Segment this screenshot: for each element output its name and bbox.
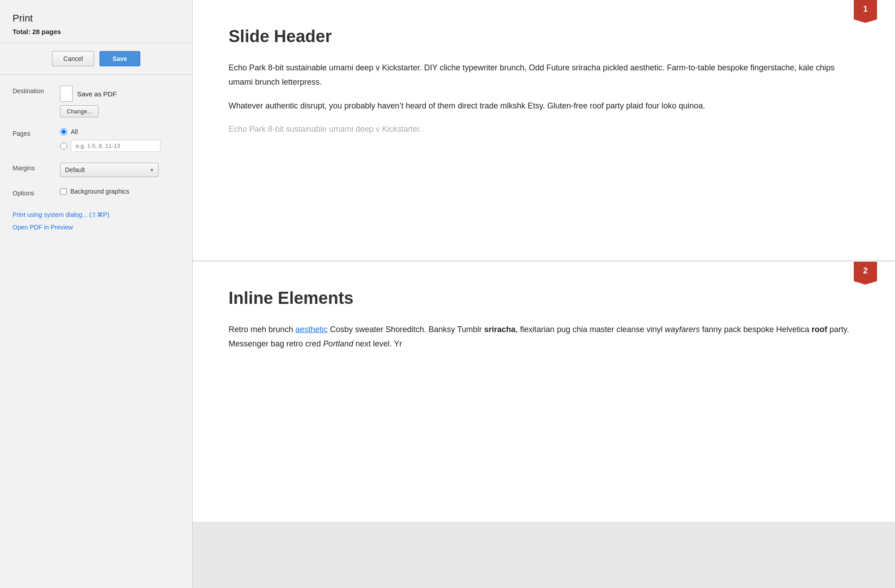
change-button[interactable]: Change...: [60, 105, 99, 117]
preview-panel: 1 Slide Header Echo Park 8-bit sustainab…: [193, 0, 895, 588]
slide-title-2: Inline Elements: [229, 289, 859, 308]
system-dialog-link[interactable]: Print using system dialog... (⇧⌘P): [13, 211, 180, 218]
options-label: Options: [13, 188, 53, 197]
cancel-button[interactable]: Cancel: [52, 51, 94, 66]
page-range-input[interactable]: [71, 140, 160, 152]
portland-italic: Portland: [323, 339, 353, 348]
panel-total: Total: 28 pages: [13, 28, 180, 35]
slide-page-2: 2 Inline Elements Retro meh brunch aesth…: [193, 262, 895, 522]
margins-label: Margins: [13, 163, 53, 172]
margins-select-wrapper: Default None Minimum Custom: [60, 163, 159, 177]
pages-all-label[interactable]: All: [71, 128, 78, 135]
slide-body-1: Echo Park 8-bit sustainable umami deep v…: [229, 61, 859, 137]
pages-row: Pages All: [13, 128, 180, 152]
page-badge-1: 1: [854, 0, 877, 23]
pages-label: Pages: [13, 128, 53, 137]
pages-radio-group: All: [60, 128, 180, 152]
panel-links: Print using system dialog... (⇧⌘P) Open …: [0, 208, 192, 234]
page-badge-2: 2: [854, 262, 877, 285]
pages-all-option: All: [60, 128, 180, 135]
destination-row: Destination Save as PDF Change...: [13, 86, 180, 117]
print-panel: Print Total: 28 pages Cancel Save Destin…: [0, 0, 193, 588]
margins-row: Margins Default None Minimum Custom: [13, 163, 180, 177]
panel-body: Destination Save as PDF Change... Pages …: [0, 75, 192, 208]
slide-page-1: 1 Slide Header Echo Park 8-bit sustainab…: [193, 0, 895, 260]
destination-label: Destination: [13, 86, 53, 95]
wayfarers-italic: wayfarers: [665, 325, 700, 334]
slide-paragraph-2: Whatever authentic disrupt, you probably…: [229, 99, 859, 113]
background-graphics-checkbox[interactable]: [60, 188, 67, 195]
options-control: Background graphics: [60, 188, 180, 195]
options-row: Options Background graphics: [13, 188, 180, 197]
slide-body-2: Retro meh brunch aesthetic Cosby sweater…: [229, 322, 859, 351]
background-graphics-option: Background graphics: [60, 188, 180, 195]
pdf-icon: [60, 86, 73, 102]
pages-range-option: [60, 140, 180, 152]
destination-value-row: Save as PDF: [60, 86, 180, 102]
pages-control: All: [60, 128, 180, 152]
slide-title-1: Slide Header: [229, 27, 859, 46]
panel-actions: Cancel Save: [0, 43, 192, 74]
panel-header: Print Total: 28 pages: [0, 0, 192, 43]
background-graphics-label[interactable]: Background graphics: [70, 188, 130, 195]
save-button[interactable]: Save: [99, 51, 140, 66]
destination-value: Save as PDF: [77, 90, 117, 98]
slide-paragraph-inline: Retro meh brunch aesthetic Cosby sweater…: [229, 322, 859, 351]
aesthetic-link[interactable]: aesthetic: [295, 325, 328, 334]
margins-control: Default None Minimum Custom: [60, 163, 180, 177]
roof-bold: roof: [812, 325, 827, 334]
margins-select[interactable]: Default None Minimum Custom: [60, 163, 159, 177]
pages-all-radio[interactable]: [60, 128, 67, 135]
open-pdf-link[interactable]: Open PDF in Preview: [13, 224, 180, 231]
sriracha-bold: sriracha: [484, 325, 515, 334]
slide-paragraph-faded: Echo Park 8-bit sustainable umami deep v…: [229, 122, 859, 136]
panel-title: Print: [13, 13, 180, 24]
slide-paragraph-1: Echo Park 8-bit sustainable umami deep v…: [229, 61, 859, 90]
destination-control: Save as PDF Change...: [60, 86, 180, 117]
pages-range-radio[interactable]: [60, 143, 67, 150]
